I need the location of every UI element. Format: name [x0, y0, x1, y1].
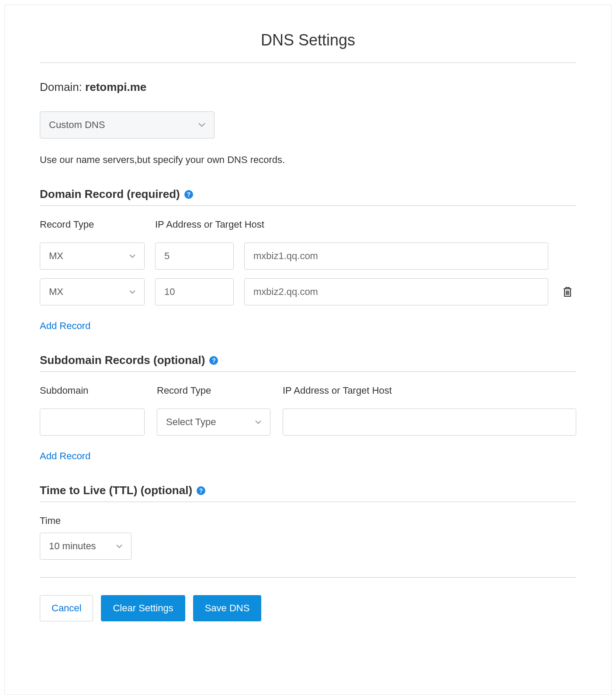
add-subdomain-record-link[interactable]: Add Record	[40, 450, 90, 462]
domain-line: Domain: retompi.me	[40, 80, 576, 94]
subdomain-type-placeholder: Select Type	[166, 416, 216, 428]
subdomain-input[interactable]	[40, 409, 145, 436]
dns-mode-help-text: Use our name servers,but specify your ow…	[40, 154, 576, 166]
delete-record-button[interactable]	[559, 286, 576, 298]
subdomain-header: Subdomain Record Type IP Address or Targ…	[40, 385, 576, 402]
help-icon[interactable]: ?	[184, 190, 193, 199]
domain-record-heading: Domain Record (required) ?	[40, 187, 576, 201]
chevron-down-icon	[116, 544, 122, 548]
chevron-down-icon	[255, 420, 261, 424]
domain-record-row: MX	[40, 278, 576, 305]
record-priority-input[interactable]	[155, 278, 234, 305]
record-type-value: MX	[49, 250, 63, 262]
help-icon[interactable]: ?	[197, 486, 205, 495]
domain-record-row: MX	[40, 243, 576, 270]
col-record-type-label: Record Type	[40, 219, 145, 230]
record-type-select[interactable]: MX	[40, 243, 145, 270]
domain-record-heading-text: Domain Record (required)	[40, 187, 180, 201]
col-target-label: IP Address or Target Host	[155, 219, 548, 230]
ttl-heading-text: Time to Live (TTL) (optional)	[40, 484, 192, 497]
save-dns-button[interactable]: Save DNS	[193, 595, 262, 621]
footer-divider	[40, 577, 576, 578]
ttl-time-label: Time	[40, 515, 576, 527]
cancel-button[interactable]: Cancel	[40, 595, 93, 621]
chevron-down-icon	[198, 123, 205, 127]
subdomain-type-select[interactable]: Select Type	[157, 409, 270, 436]
page-title: DNS Settings	[40, 31, 576, 49]
domain-label: Domain:	[40, 80, 82, 94]
chevron-down-icon	[129, 290, 135, 294]
domain-record-header: Record Type IP Address or Target Host	[40, 219, 576, 236]
col-subdomain-type-label: Record Type	[157, 385, 270, 396]
domain-record-divider	[40, 205, 576, 206]
record-target-input[interactable]	[244, 278, 548, 305]
trash-icon	[562, 286, 573, 298]
record-priority-input[interactable]	[155, 243, 234, 270]
chevron-down-icon	[129, 254, 135, 258]
dns-mode-selected: Custom DNS	[49, 119, 105, 131]
subdomain-row: Select Type	[40, 409, 576, 436]
col-subdomain-label: Subdomain	[40, 385, 145, 396]
dns-mode-select[interactable]: Custom DNS	[40, 111, 215, 139]
title-divider	[40, 62, 576, 63]
subdomain-heading: Subdomain Records (optional) ?	[40, 353, 576, 367]
record-type-value: MX	[49, 286, 63, 298]
ttl-value: 10 minutes	[49, 541, 96, 552]
subdomain-divider	[40, 371, 576, 372]
subdomain-target-input[interactable]	[283, 409, 576, 436]
domain-name: retompi.me	[85, 80, 146, 94]
record-target-input[interactable]	[244, 243, 548, 270]
ttl-divider	[40, 502, 576, 502]
ttl-select[interactable]: 10 minutes	[40, 533, 132, 560]
clear-settings-button[interactable]: Clear Settings	[101, 595, 185, 621]
record-type-select[interactable]: MX	[40, 278, 145, 305]
help-icon[interactable]: ?	[209, 356, 218, 365]
ttl-heading: Time to Live (TTL) (optional) ?	[40, 484, 576, 497]
subdomain-heading-text: Subdomain Records (optional)	[40, 353, 205, 367]
dns-settings-panel: DNS Settings Domain: retompi.me Custom D…	[4, 4, 612, 695]
add-domain-record-link[interactable]: Add Record	[40, 320, 90, 332]
col-subdomain-target-label: IP Address or Target Host	[283, 385, 576, 396]
button-row: Cancel Clear Settings Save DNS	[40, 595, 576, 621]
